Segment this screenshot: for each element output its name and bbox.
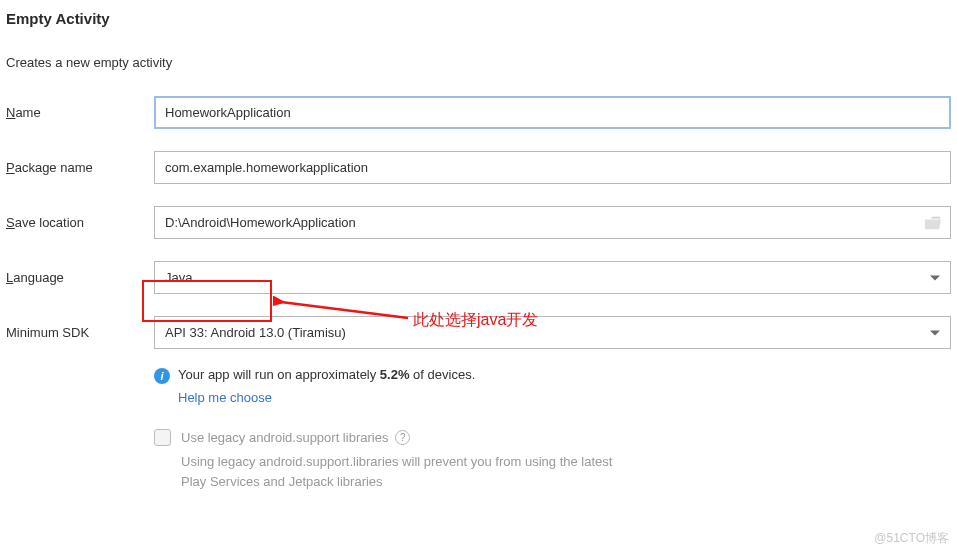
legacy-checkbox-label: Use legacy android.support libraries xyxy=(181,430,388,445)
info-icon: i xyxy=(154,368,170,384)
save-location-label: Save location xyxy=(6,215,154,230)
device-coverage-text: Your app will run on approximately 5.2% … xyxy=(178,367,475,382)
chevron-down-icon xyxy=(930,330,940,335)
package-input[interactable] xyxy=(154,151,951,184)
page-subtitle: Creates a new empty activity xyxy=(6,55,951,70)
language-label: Language xyxy=(6,270,154,285)
min-sdk-label: Minimum SDK xyxy=(6,325,154,340)
legacy-description: Using legacy android.support.libraries w… xyxy=(181,452,641,491)
save-location-input[interactable] xyxy=(154,206,951,239)
min-sdk-select[interactable]: API 33: Android 13.0 (Tiramisu) xyxy=(154,316,951,349)
package-label: Package name xyxy=(6,160,154,175)
name-label: Name xyxy=(6,105,154,120)
help-me-choose-link[interactable]: Help me choose xyxy=(178,390,951,405)
folder-browse-icon[interactable] xyxy=(925,216,941,229)
language-select[interactable]: Java xyxy=(154,261,951,294)
legacy-checkbox[interactable] xyxy=(154,429,171,446)
language-value: Java xyxy=(165,270,192,285)
help-icon[interactable]: ? xyxy=(395,430,410,445)
watermark: @51CTO博客 xyxy=(874,530,949,547)
min-sdk-value: API 33: Android 13.0 (Tiramisu) xyxy=(165,325,346,340)
chevron-down-icon xyxy=(930,275,940,280)
page-title: Empty Activity xyxy=(6,10,951,27)
name-input[interactable] xyxy=(154,96,951,129)
